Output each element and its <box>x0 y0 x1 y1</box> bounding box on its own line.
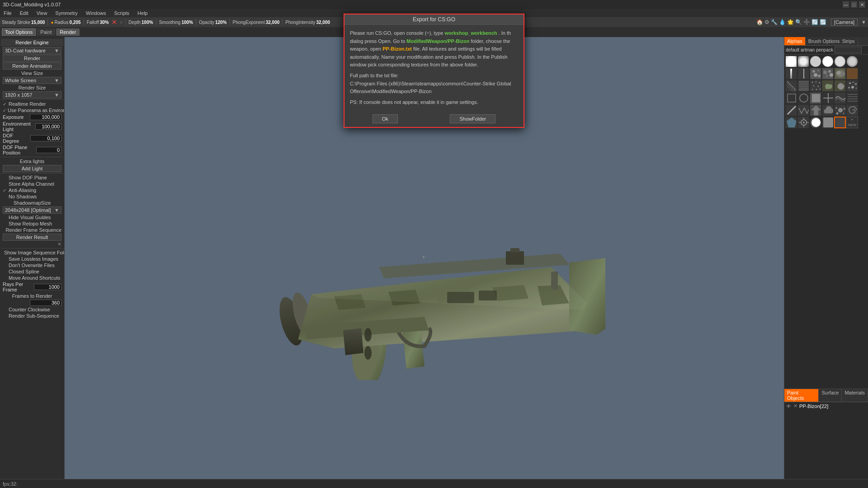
modal-show-folder-button[interactable]: ShowFolder <box>450 114 495 123</box>
modal-ok-button[interactable]: Ok <box>373 114 398 123</box>
export-modal: Export for CS:GO Please run CS:GO, open … <box>344 14 524 128</box>
modal-overlay: Export for CS:GO Please run CS:GO, open … <box>0 0 868 488</box>
modal-text-1: Please run CS:GO, open console (~), type <box>350 30 443 36</box>
modal-body: Please run CS:GO, open console (~), type… <box>344 25 524 111</box>
modal-full-path: C:\Program Files (x86)\Steam\steamapps\c… <box>350 81 511 94</box>
modal-ps-note: PS: If console does not appear, enable i… <box>350 99 478 105</box>
modal-highlight-2: ModifiedWeapon/PP-Bizon <box>406 38 469 44</box>
modal-title: Export for CS:GO <box>344 14 524 25</box>
modal-highlight-1: workshop_workbench <box>444 30 497 36</box>
modal-highlight-3: PP-Bizon.txt <box>382 46 412 52</box>
modal-full-path-label: Full path to the txt file: <box>350 73 399 78</box>
modal-footer: Ok ShowFolder <box>344 111 524 127</box>
